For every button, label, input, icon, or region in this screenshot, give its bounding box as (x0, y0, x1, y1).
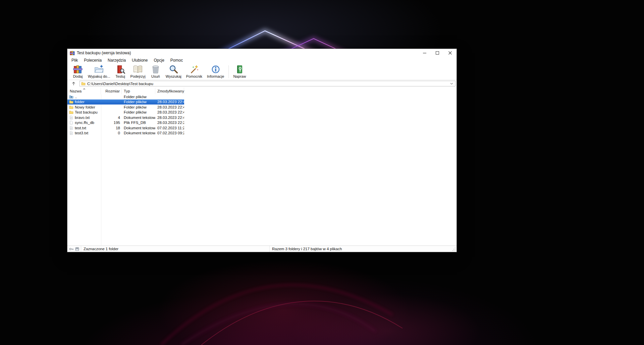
file-size: 4 (101, 116, 122, 120)
file-row[interactable]: sync.ffs_db 195 Plik FFS_DB 28.03.2023 2… (67, 120, 184, 126)
file-name: sync.ffs_db (75, 121, 94, 125)
file-row[interactable]: .. Folder plików (67, 94, 184, 99)
info-icon (211, 64, 221, 74)
tool-label: Wypakuj do... (88, 74, 110, 78)
up-folder-icon (69, 95, 73, 99)
file-row[interactable]: Nowy folder Folder plików 28.03.2023 22:… (67, 105, 184, 110)
statusbar-summary: Razem 3 foldery i 217 bajtów w 4 plikach (270, 246, 452, 252)
window-title: Test backupu (wersja testowa) (77, 51, 131, 55)
file-modified: 07.02.2023 09:28 (155, 131, 184, 135)
bottom-glow-artwork (0, 245, 644, 345)
file-type: Dokument tekstowy (122, 131, 155, 135)
file-name: test3.txt (75, 131, 88, 135)
tool-label: Pomocnik (186, 74, 202, 78)
menu-narzedzia[interactable]: Narzędzia (105, 58, 129, 63)
close-button[interactable] (444, 49, 457, 57)
titlebar[interactable]: Test backupu (wersja testowa) (67, 49, 457, 57)
file-type: Dokument tekstowy (122, 116, 155, 120)
file-type: Folder plików (122, 110, 155, 114)
summary-text: Razem 3 foldery i 217 bajtów w 4 plikach (272, 247, 342, 251)
file-row[interactable]: bravo.txt 4 Dokument tekstowy 28.03.2023… (67, 115, 184, 120)
file-size: 195 (101, 121, 122, 125)
wizard-button[interactable]: Pomocnik (184, 64, 205, 78)
add-archive-icon (73, 64, 83, 74)
find-button[interactable]: Wyszukaj (163, 64, 184, 78)
list-header: Nazwa Rozmiar Typ Zmodyfikowany (67, 88, 457, 94)
file-row[interactable]: test3.txt 0 Dokument tekstowy 07.02.2023… (67, 131, 184, 136)
toolbar-separator (228, 65, 229, 78)
up-arrow-icon (72, 82, 75, 85)
repair-button[interactable]: Napraw (231, 64, 248, 78)
extract-to-icon (94, 64, 104, 74)
tool-label: Testuj (115, 74, 125, 78)
column-header-size[interactable]: Rozmiar (101, 88, 122, 94)
chevron-down-icon (450, 83, 453, 85)
file-row[interactable]: Test backupu Folder plików 28.03.2023 22… (67, 110, 184, 115)
minimize-button[interactable] (418, 49, 431, 57)
file-type: Dokument tekstowy (122, 126, 155, 130)
maximize-button[interactable] (431, 49, 444, 57)
disk-icon[interactable] (75, 247, 79, 251)
info-button[interactable]: Informacje (205, 64, 226, 78)
tool-label: Napraw (233, 74, 246, 78)
maximize-icon (436, 51, 439, 55)
add-button[interactable]: Dodaj (70, 64, 86, 78)
address-path: C:\Users\Daniel\Desktop\Test backupu (87, 82, 153, 86)
file-size: 18 (101, 126, 122, 130)
column-header-modified[interactable]: Zmodyfikowany (155, 88, 184, 94)
app-icon[interactable] (70, 51, 75, 56)
tool-label: Dodaj (73, 74, 83, 78)
column-header-label: Zmodyfikowany (157, 89, 184, 93)
folder-icon (81, 82, 86, 85)
file-modified: 28.03.2023 22:43 (155, 110, 184, 114)
statusbar: Zaznaczone 1 folder Razem 3 foldery i 21… (67, 246, 457, 252)
file-modified: 28.03.2023 22:46 (155, 116, 184, 120)
view-button[interactable]: Podejrzyj (128, 64, 148, 78)
file-size: 0 (101, 131, 122, 135)
wizard-icon (189, 64, 199, 74)
tool-label: Wyszukaj (166, 74, 181, 78)
file-icon (69, 121, 73, 125)
key-icon[interactable] (69, 247, 74, 251)
search-icon (168, 64, 178, 74)
winrar-window: Test backupu (wersja testowa) Plik Polec… (67, 49, 457, 252)
column-header-label: Nazwa (70, 89, 82, 93)
test-button[interactable]: Testuj (113, 64, 128, 78)
close-icon (448, 51, 452, 55)
column-header-type[interactable]: Typ (122, 88, 155, 94)
menu-ulubione[interactable]: Ulubione (129, 58, 151, 63)
menu-opcje[interactable]: Opcje (151, 58, 167, 63)
file-name: bravo.txt (75, 116, 90, 120)
menu-polecenia[interactable]: Polecenia (81, 58, 105, 63)
repair-icon (234, 64, 245, 74)
resize-grip-icon (452, 247, 456, 251)
toolbar: Dodaj Wypakuj do... Testuj (67, 63, 457, 80)
folder-icon (69, 110, 73, 114)
delete-button[interactable]: Usuń (148, 64, 163, 78)
address-dropdown-button[interactable] (449, 83, 454, 85)
menu-pomoc[interactable]: Pomoc (167, 58, 186, 63)
addressbar: C:\Users\Daniel\Desktop\Test backupu (67, 80, 457, 88)
file-row[interactable]: test.txt 18 Dokument tekstowy 07.02.2023… (67, 125, 184, 131)
extract-to-button[interactable]: Wypakuj do... (86, 64, 113, 78)
statusbar-icons (67, 246, 81, 252)
up-directory-button[interactable] (69, 81, 77, 86)
file-name: .. (75, 95, 77, 99)
file-rows: .. Folder plików folder Folder plików 28… (67, 94, 457, 136)
address-combobox[interactable]: C:\Users\Daniel\Desktop\Test backupu (79, 81, 455, 86)
menu-plik[interactable]: Plik (68, 58, 81, 63)
text-file-icon (69, 131, 73, 135)
file-row-selected[interactable]: folder Folder plików 28.03.2023 22:43 (67, 99, 184, 105)
file-type: Folder plików (122, 105, 155, 109)
resize-grip[interactable] (452, 246, 457, 252)
column-header-name[interactable]: Nazwa (67, 88, 101, 94)
file-type: Folder plików (122, 100, 155, 104)
text-file-icon (69, 126, 73, 130)
file-modified: 28.03.2023 22:45 (155, 105, 184, 109)
test-archive-icon (115, 64, 125, 74)
file-name: Nowy folder (75, 105, 95, 109)
file-type: Plik FFS_DB (122, 121, 155, 125)
folder-icon (69, 100, 73, 104)
file-modified: 28.03.2023 22:26 (155, 121, 184, 125)
menubar: Plik Polecenia Narzędzia Ulubione Opcje … (67, 57, 457, 63)
